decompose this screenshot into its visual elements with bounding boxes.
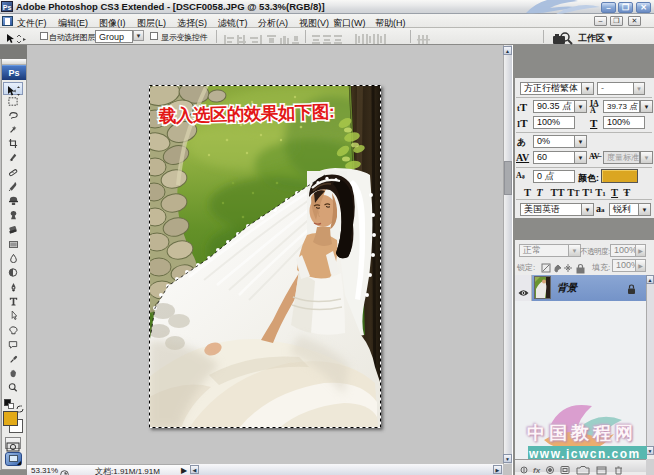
svg-text:fx: fx	[533, 466, 541, 475]
